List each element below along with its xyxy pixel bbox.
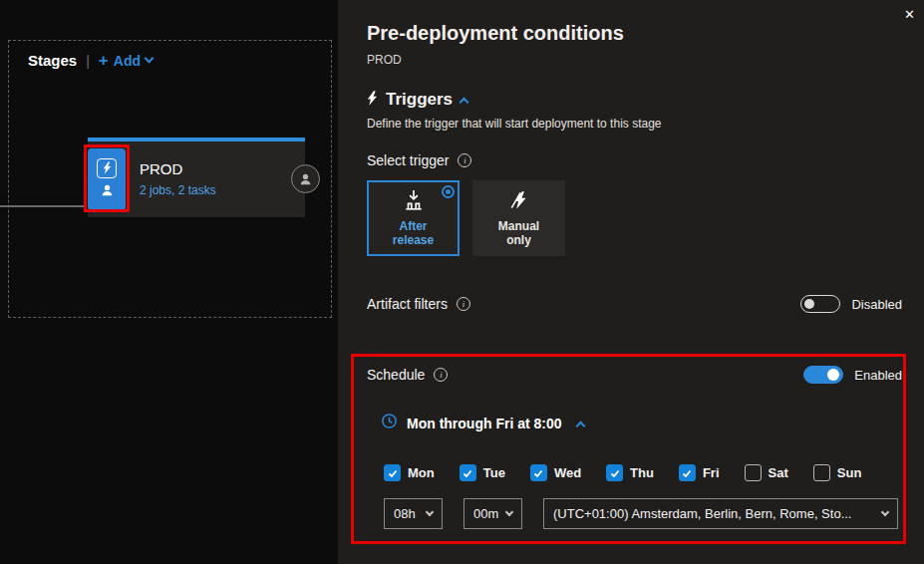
triggers-heading: Triggers [386, 90, 453, 110]
day-label: Sun [837, 465, 862, 480]
artifact-filters-toggle[interactable] [800, 295, 840, 313]
stage-trigger-icon-block[interactable] [88, 148, 126, 210]
pre-deployment-conditions-panel: ✕ Pre-deployment conditions PROD Trigger… [338, 0, 924, 564]
checkbox-icon [679, 464, 696, 481]
schedule-days-row: Mon Tue Wed Thu Fri Sat [384, 464, 861, 481]
checkbox-icon [813, 464, 830, 481]
hour-select-value: 08h [394, 506, 416, 521]
info-icon[interactable]: i [434, 368, 448, 382]
after-release-tile[interactable]: After release [367, 180, 460, 256]
chevron-down-icon [426, 507, 434, 515]
trigger-lightning-icon [97, 158, 117, 178]
close-icon[interactable]: ✕ [904, 7, 915, 22]
approver-person-icon [100, 183, 115, 201]
day-checkbox-thu[interactable]: Thu [606, 464, 654, 481]
checkbox-icon [384, 464, 401, 481]
plus-icon: + [99, 54, 109, 68]
after-release-icon [403, 189, 425, 215]
manual-only-label: Manual only [490, 219, 548, 247]
chevron-down-icon [145, 54, 154, 64]
trigger-tiles: After release Manual only [367, 180, 565, 256]
toggle-knob [827, 369, 839, 381]
triggers-lightning-icon [367, 91, 378, 110]
day-label: Mon [408, 465, 435, 480]
day-label: Wed [554, 465, 581, 480]
stages-header: Stages | + Add [28, 52, 153, 69]
checkbox-icon [460, 464, 476, 481]
day-label: Tue [483, 465, 505, 480]
checkbox-icon [606, 464, 623, 481]
selected-radio-icon [442, 185, 455, 198]
day-checkbox-wed[interactable]: Wed [530, 464, 581, 481]
schedule-time-row: 08h 00m (UTC+01:00) Amsterdam, Berlin, B… [384, 498, 898, 529]
toggle-knob [804, 299, 814, 309]
panel-stage-name: PROD [367, 53, 402, 67]
pre-deployment-approver-badge[interactable] [291, 164, 320, 193]
day-label: Thu [630, 465, 654, 480]
stage-connector-line [0, 205, 84, 207]
artifact-filters-state: Disabled [851, 297, 902, 312]
day-checkbox-tue[interactable]: Tue [460, 464, 505, 481]
timezone-select-value: (UTC+01:00) Amsterdam, Berlin, Bern, Rom… [553, 506, 851, 521]
checkbox-icon [745, 464, 762, 481]
chevron-up-icon[interactable] [575, 421, 585, 430]
info-icon[interactable]: i [458, 153, 471, 167]
minute-select-value: 00m [473, 506, 498, 521]
schedule-summary: Mon through Fri at 8:00 [407, 416, 562, 431]
day-checkbox-sat[interactable]: Sat [745, 464, 788, 481]
manual-only-icon [508, 189, 530, 215]
triggers-description: Define the trigger that will start deplo… [367, 117, 661, 131]
chevron-down-icon [505, 507, 513, 515]
day-label: Fri [703, 465, 720, 480]
select-trigger-label: Select trigger [367, 152, 449, 168]
add-stage-label: Add [114, 53, 141, 69]
stage-card-prod[interactable]: PROD 2 jobs, 2 tasks [88, 138, 305, 217]
schedule-label: Schedule [367, 367, 425, 383]
after-release-label: After release [385, 219, 443, 247]
hour-select[interactable]: 08h [384, 498, 443, 529]
schedule-row: Schedule i Enabled [367, 366, 902, 384]
schedule-toggle[interactable] [803, 366, 843, 384]
stage-name: PROD [140, 160, 182, 177]
schedule-state: Enabled [854, 368, 902, 383]
pipeline-canvas: Stages | + Add PROD 2 jobs, 2 tasks [0, 0, 338, 564]
panel-title: Pre-deployment conditions [367, 22, 624, 45]
day-checkbox-fri[interactable]: Fri [679, 464, 720, 481]
chevron-down-icon [881, 507, 889, 515]
select-trigger-row: Select trigger i [367, 152, 471, 168]
checkbox-icon [530, 464, 547, 481]
chevron-up-icon[interactable] [460, 98, 469, 108]
info-icon[interactable]: i [457, 297, 470, 311]
day-checkbox-sun[interactable]: Sun [813, 464, 862, 481]
schedule-clock-icon [381, 413, 398, 433]
artifact-filters-row: Artifact filters i Disabled [367, 295, 902, 313]
artifact-filters-label: Artifact filters [367, 296, 448, 312]
schedule-summary-row[interactable]: Mon through Fri at 8:00 [381, 413, 584, 433]
manual-only-tile[interactable]: Manual only [472, 180, 565, 256]
stages-title: Stages [28, 52, 77, 69]
minute-select[interactable]: 00m [463, 498, 522, 529]
add-stage-button[interactable]: + Add [99, 53, 153, 69]
timezone-select[interactable]: (UTC+01:00) Amsterdam, Berlin, Bern, Rom… [543, 498, 898, 529]
triggers-section-header[interactable]: Triggers [367, 90, 467, 110]
stage-jobs-tasks-link[interactable]: 2 jobs, 2 tasks [140, 183, 216, 197]
header-divider: | [86, 53, 90, 69]
day-checkbox-mon[interactable]: Mon [384, 464, 435, 481]
day-label: Sat [769, 465, 788, 480]
release-pipeline-screen: Stages | + Add PROD 2 jobs, 2 tasks [0, 0, 924, 564]
